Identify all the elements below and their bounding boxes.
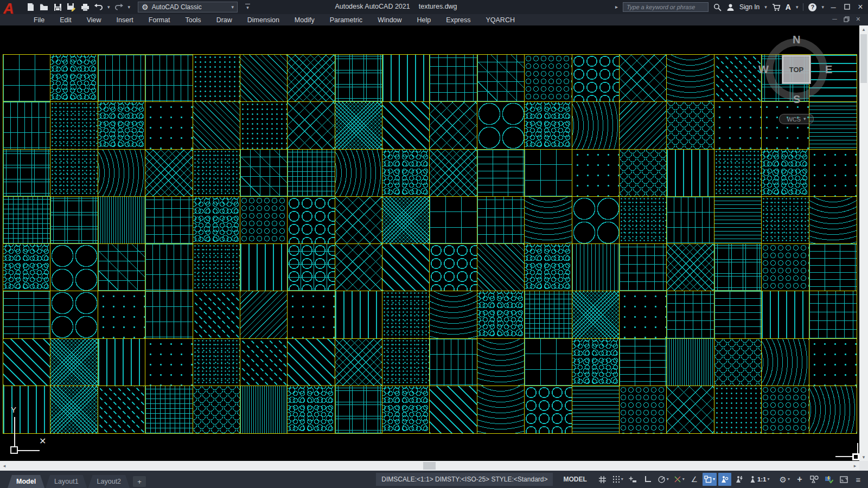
pattern-cell[interactable] — [382, 244, 430, 291]
help-icon[interactable]: ? — [808, 3, 816, 11]
new-file-button[interactable] — [26, 3, 35, 12]
pattern-cell[interactable] — [667, 150, 714, 197]
pattern-cell[interactable] — [193, 244, 240, 291]
pattern-cell[interactable] — [667, 55, 714, 102]
pattern-cell[interactable] — [430, 55, 477, 102]
pattern-cell[interactable] — [3, 197, 50, 244]
autodesk-app-icon[interactable]: A — [786, 3, 791, 11]
pattern-cell[interactable] — [477, 150, 525, 197]
menu-parametric[interactable]: Parametric — [322, 14, 370, 25]
pattern-cell[interactable] — [572, 102, 620, 149]
tab-layout2[interactable]: Layout2 — [88, 475, 130, 488]
pattern-cell[interactable] — [620, 291, 667, 338]
pattern-cell[interactable] — [3, 291, 50, 338]
pattern-cell[interactable] — [477, 291, 525, 338]
pattern-cell[interactable] — [3, 55, 50, 102]
viewcube-west[interactable]: W — [758, 63, 769, 76]
scroll-right-arrow[interactable]: ▸ — [851, 461, 859, 471]
pattern-cell[interactable] — [98, 291, 145, 338]
vertical-scrollbar[interactable]: ▴ ▾ — [859, 25, 868, 461]
scroll-down-arrow[interactable]: ▾ — [859, 453, 868, 461]
viewcube-top-face[interactable]: TOP — [782, 55, 810, 84]
pattern-cell[interactable] — [477, 197, 525, 244]
pattern-cell[interactable] — [620, 150, 667, 197]
pattern-cell[interactable] — [525, 339, 572, 386]
pattern-cell[interactable] — [430, 150, 477, 197]
menu-yqarch[interactable]: YQARCH — [478, 14, 522, 25]
pattern-cell[interactable] — [525, 197, 572, 244]
pattern-cell[interactable] — [477, 386, 525, 433]
pattern-cell[interactable] — [382, 55, 430, 102]
menu-edit[interactable]: Edit — [52, 14, 79, 25]
sign-in-dropdown[interactable]: ▾ — [764, 5, 767, 10]
pattern-cell[interactable] — [477, 102, 525, 149]
pattern-cell[interactable] — [98, 339, 145, 386]
pattern-cell[interactable] — [382, 386, 430, 433]
pattern-cell[interactable] — [572, 150, 620, 197]
pattern-cell[interactable] — [145, 291, 193, 338]
pattern-cell[interactable] — [240, 150, 288, 197]
pattern-cell[interactable] — [3, 102, 50, 149]
pattern-cell[interactable] — [98, 244, 145, 291]
pattern-cell[interactable] — [525, 150, 572, 197]
pattern-cell[interactable] — [620, 386, 667, 433]
pattern-cell[interactable] — [98, 150, 145, 197]
pattern-cell[interactable] — [714, 55, 762, 102]
pattern-cell[interactable] — [572, 244, 620, 291]
pattern-cell[interactable] — [288, 55, 335, 102]
pattern-cell[interactable] — [762, 291, 809, 338]
pattern-cell[interactable] — [525, 102, 572, 149]
toolbar-overflow-button[interactable]: ▾ — [245, 4, 250, 10]
pattern-cell[interactable] — [667, 244, 714, 291]
pattern-cell[interactable] — [240, 244, 288, 291]
pattern-cell[interactable] — [335, 197, 382, 244]
menu-draw[interactable]: Draw — [209, 14, 240, 25]
pattern-cell[interactable] — [382, 102, 430, 149]
doc-restore-button[interactable] — [844, 16, 850, 22]
pattern-cell[interactable] — [50, 55, 98, 102]
pattern-cell[interactable] — [288, 386, 335, 433]
pattern-cell[interactable] — [430, 102, 477, 149]
selection-cycling-button[interactable]: ▾ — [703, 473, 717, 486]
maximize-button[interactable] — [843, 3, 851, 11]
pattern-cell[interactable] — [240, 197, 288, 244]
viewcube-north[interactable]: N — [793, 34, 800, 46]
drawing-canvas[interactable]: N W E S TOP WCS ▾ Y ✕ — [0, 25, 859, 461]
isolate-objects-button[interactable] — [808, 473, 821, 486]
object-snap-button[interactable]: ∠ — [688, 473, 701, 486]
infocenter-collapse-icon[interactable]: ▸ — [615, 4, 618, 10]
redo-button[interactable] — [114, 3, 124, 12]
save-button[interactable] — [53, 3, 62, 12]
pattern-cell[interactable] — [288, 291, 335, 338]
ortho-mode-button[interactable] — [641, 473, 654, 486]
pattern-cell[interactable] — [762, 244, 809, 291]
pattern-cell[interactable] — [762, 386, 809, 433]
pattern-cell[interactable] — [335, 55, 382, 102]
pattern-cell[interactable] — [145, 244, 193, 291]
pattern-cell[interactable] — [430, 197, 477, 244]
pattern-cell[interactable] — [240, 55, 288, 102]
pattern-cell[interactable] — [98, 55, 145, 102]
pattern-cell[interactable] — [430, 244, 477, 291]
menu-window[interactable]: Window — [370, 14, 409, 25]
viewcube-east[interactable]: E — [825, 63, 832, 76]
pattern-cell[interactable] — [762, 339, 809, 386]
pattern-cell[interactable] — [145, 102, 193, 149]
pattern-cell[interactable] — [525, 386, 572, 433]
clean-screen-button[interactable] — [837, 473, 850, 486]
pattern-cell[interactable] — [477, 55, 525, 102]
pattern-cell[interactable] — [572, 339, 620, 386]
plot-button[interactable] — [80, 3, 90, 12]
pattern-cell[interactable] — [50, 244, 98, 291]
pattern-cell[interactable] — [288, 339, 335, 386]
menu-insert[interactable]: Insert — [109, 14, 141, 25]
pattern-cell[interactable] — [335, 386, 382, 433]
pattern-cell[interactable] — [288, 244, 335, 291]
pattern-cell[interactable] — [620, 339, 667, 386]
pattern-cell[interactable] — [193, 386, 240, 433]
menu-help[interactable]: Help — [410, 14, 439, 25]
snap-mode-button[interactable]: ▾ — [611, 473, 625, 486]
polar-tracking-button[interactable]: ▾ — [656, 473, 671, 486]
pattern-cell[interactable] — [3, 150, 50, 197]
menu-modify[interactable]: Modify — [287, 14, 322, 25]
